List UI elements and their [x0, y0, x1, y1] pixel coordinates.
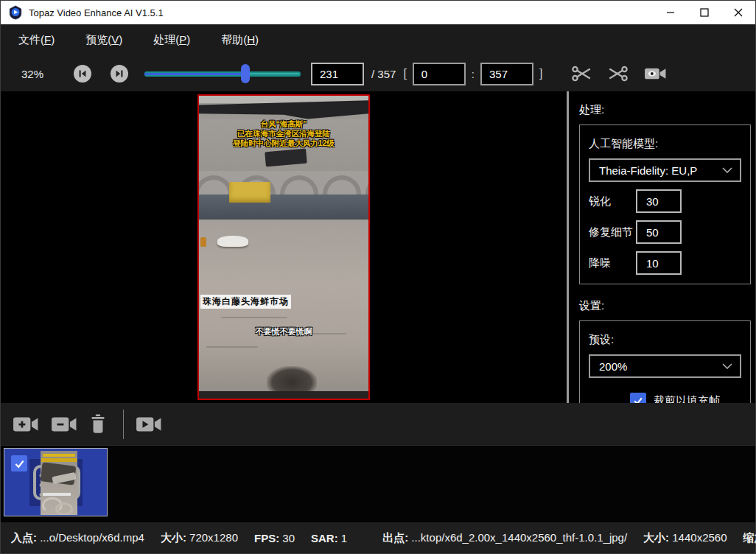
preset-group: 预设: 200% 裁剪以填充帧	[579, 320, 751, 403]
video-scene-yellow-sign	[229, 182, 270, 203]
video-scene-debris	[200, 237, 206, 247]
ai-model-dropdown[interactable]: Theia-Fidelity: EU,P	[589, 158, 741, 182]
skip-to-end-button[interactable]	[111, 65, 128, 83]
crop-to-fill-label: 裁剪以填充帧	[654, 394, 720, 404]
maximize-icon	[700, 8, 709, 17]
thumbnail-checkbox[interactable]	[11, 455, 27, 471]
restore-detail-input[interactable]	[636, 220, 682, 244]
cut-button[interactable]	[572, 65, 592, 83]
range-bracket-open: [	[403, 67, 406, 80]
range-separator: :	[472, 68, 475, 80]
status-output-path: 出点: ...ktop/x6d_2.00x_1440x2560_thf-1.0.…	[382, 531, 627, 545]
total-frames-label: / 357	[371, 68, 396, 80]
close-icon	[734, 8, 743, 17]
minimize-icon	[666, 8, 675, 17]
zoom-level: 32%	[21, 68, 51, 80]
processing-heading: 处理:	[579, 103, 751, 117]
current-frame-input[interactable]	[311, 63, 364, 85]
restore-detail-label: 修复细节	[589, 225, 636, 239]
preset-value: 200%	[599, 360, 722, 373]
video-preview-frame[interactable]: 台风“海高斯” 已在珠海市金湾区沿海登陆 登陆时中心附近最大风力12级 珠海白藤…	[197, 94, 370, 400]
ai-model-label: 人工智能模型:	[589, 137, 741, 151]
check-icon	[632, 395, 644, 403]
sharpen-input[interactable]	[636, 189, 682, 213]
process-video-button[interactable]	[136, 415, 162, 434]
video-overlay-title: 台风“海高斯” 已在珠海市金湾区沿海登陆 登陆时中心附近最大风力12级	[199, 119, 368, 148]
range-bracket-close: ]	[539, 67, 542, 80]
sharpen-row: 锐化	[589, 189, 741, 213]
chevron-down-icon	[722, 363, 732, 369]
settings-panel: 处理: 人工智能模型: Theia-Fidelity: EU,P 锐化 修复细节…	[569, 91, 755, 403]
status-input-path: 入点: ...o/Desktop/x6d.mp4	[11, 531, 144, 545]
slider-track-core	[245, 73, 299, 74]
video-scene-bridge-arches	[197, 171, 370, 194]
cut-scissors-icon	[572, 65, 592, 83]
denoise-label: 降噪	[589, 256, 636, 270]
status-input-size: 大小: 720x1280	[161, 531, 238, 545]
remove-video-button[interactable]	[51, 415, 77, 434]
toolbar-divider	[123, 410, 124, 439]
sharpen-label: 锐化	[589, 194, 636, 208]
crop-to-fill-checkbox[interactable]	[630, 393, 646, 403]
remove-video-icon	[51, 415, 77, 434]
denoise-row: 降噪	[589, 251, 741, 275]
menu-item-help[interactable]: 帮助(H)	[214, 29, 266, 52]
ai-model-group: 人工智能模型: Theia-Fidelity: EU,P 锐化 修复细节 降噪	[579, 125, 751, 284]
video-list-toolbar	[1, 403, 755, 445]
thumbnail-video-image	[41, 451, 77, 515]
trash-icon	[89, 414, 107, 435]
skip-to-end-icon	[115, 69, 124, 78]
play-video-icon	[136, 415, 162, 434]
video-caption: 不要慌不要慌啊	[199, 326, 368, 337]
preview-camera-icon	[644, 66, 667, 82]
skip-to-start-button[interactable]	[74, 65, 91, 83]
menu-item-file[interactable]: 文件(F)	[11, 29, 62, 52]
restore-detail-row: 修复细节	[589, 220, 741, 244]
minimize-button[interactable]	[654, 1, 687, 24]
ai-model-value: Theia-Fidelity: EU,P	[599, 164, 722, 177]
skip-to-start-icon	[78, 69, 87, 78]
window-title: Topaz Video Enhance AI V1.5.1	[29, 7, 164, 18]
window-controls	[654, 1, 755, 24]
check-icon	[13, 457, 26, 470]
menu-item-preview[interactable]: 预览(V)	[78, 29, 130, 52]
video-scene-bridge-deck	[199, 194, 368, 220]
video-location-label: 珠海白藤头海鲜市场	[200, 295, 291, 309]
menu-bar: 文件(F) 预览(V) 处理(P) 帮助(H)	[1, 24, 755, 56]
status-sar: SAR: 1	[311, 532, 347, 544]
preset-label: 预设:	[589, 333, 741, 347]
title-bar: Topaz Video Enhance AI V1.5.1	[1, 1, 755, 24]
add-video-icon	[13, 415, 39, 434]
status-bar: 入点: ...o/Desktop/x6d.mp4 大小: 720x1280 FP…	[1, 522, 755, 553]
slider-progress	[144, 73, 245, 75]
chevron-down-icon	[722, 167, 732, 173]
split-scissors-icon	[608, 65, 628, 83]
denoise-input[interactable]	[636, 251, 682, 275]
preset-dropdown[interactable]: 200%	[589, 354, 741, 378]
menu-item-process[interactable]: 处理(P)	[146, 29, 197, 52]
range-end-input[interactable]	[480, 63, 533, 85]
close-button[interactable]	[721, 1, 755, 24]
app-logo-icon	[8, 5, 23, 20]
split-button[interactable]	[608, 65, 628, 83]
status-fps: FPS: 30	[254, 532, 295, 544]
video-scene-car	[217, 236, 248, 247]
timeline-slider[interactable]	[144, 64, 301, 83]
main-area: 台风“海高斯” 已在珠海市金湾区沿海登陆 登陆时中心附近最大风力12级 珠海白藤…	[1, 91, 755, 403]
settings-heading: 设置:	[579, 299, 751, 313]
delete-button[interactable]	[89, 414, 107, 435]
preview-button[interactable]	[644, 66, 667, 82]
video-scene-bottom	[199, 391, 368, 399]
playback-toolbar: 32% / 357 [ : ]	[1, 56, 755, 91]
add-video-button[interactable]	[13, 415, 39, 434]
video-thumbnail-item[interactable]	[4, 448, 108, 516]
video-thumbnail-strip	[1, 445, 755, 522]
slider-handle[interactable]	[241, 64, 250, 83]
app-window: Topaz Video Enhance AI V1.5.1 文件(F) 预览(V…	[0, 0, 756, 554]
range-start-input[interactable]	[413, 63, 466, 85]
crop-to-fill-checkbox-row[interactable]: 裁剪以填充帧	[630, 393, 741, 403]
status-output-size: 大小: 1440x2560	[643, 531, 727, 545]
status-scale: 缩放: 200%	[743, 531, 756, 545]
maximize-button[interactable]	[687, 1, 721, 24]
video-preview-area: 台风“海高斯” 已在珠海市金湾区沿海登陆 登陆时中心附近最大风力12级 珠海白藤…	[1, 91, 567, 403]
